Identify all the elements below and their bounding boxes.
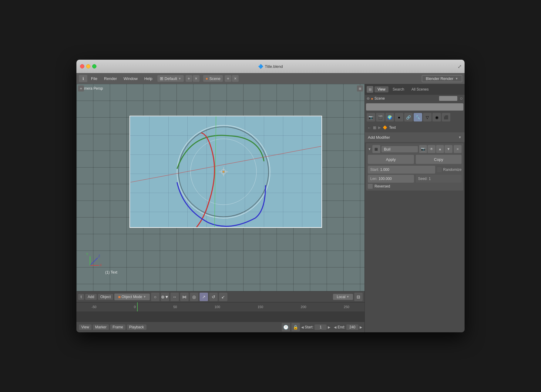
modifier-name[interactable]: Buil [381, 146, 418, 152]
sphere-icon-btn[interactable]: ○ [151, 293, 160, 301]
start-field-row: Start: 1.000 Randomize [368, 166, 462, 174]
remove-scene-button[interactable]: × [232, 75, 239, 82]
local-label: Local [337, 295, 345, 299]
modifier-render-icon[interactable]: 📷 [419, 145, 427, 153]
viewport-add[interactable]: + [78, 85, 84, 91]
playhead[interactable] [137, 302, 138, 311]
constraints-icon[interactable]: 🔗 [404, 113, 413, 121]
clock-icon[interactable]: 🕐 [282, 323, 290, 331]
end-right-arrow[interactable]: ▶ [360, 325, 362, 329]
frame-menu[interactable]: Frame [110, 324, 126, 330]
snapping-icon[interactable]: ⋈ [180, 293, 189, 301]
len-field-value: 100.000 [378, 177, 391, 181]
mark-50: 50 [173, 305, 177, 309]
svg-text:Z: Z [98, 254, 100, 258]
scene-objects [130, 116, 321, 227]
svg-text:X: X [100, 264, 102, 267]
window-title: 🔷 Title.blend [258, 64, 283, 69]
end-value[interactable]: 240 [346, 324, 358, 330]
scene-row[interactable]: ⊖ ● Scene ○ [365, 95, 465, 102]
scale-icon[interactable]: ↙ [219, 293, 227, 301]
3d-viewport[interactable]: Z X Y Camera Persp ⊞ + (1) Text [76, 84, 365, 291]
scene-props-icon[interactable]: 🎬 [376, 113, 385, 121]
file-menu[interactable]: File [88, 75, 100, 82]
object-button[interactable]: Object [98, 294, 113, 300]
render-preview-icon[interactable]: ⊟ [354, 293, 363, 301]
viewport[interactable]: Z X Y Camera Persp ⊞ + (1) Text t Add Ob… [76, 84, 365, 332]
rotate-icon[interactable]: ↺ [209, 293, 218, 301]
mode-arrow: ▼ [143, 295, 146, 298]
randomize-row: Randomize [437, 167, 462, 172]
playback-menu[interactable]: Playback [127, 324, 146, 330]
scene-selector[interactable]: ● Scene [203, 75, 223, 82]
transform-active[interactable]: ↗ [200, 293, 208, 301]
minimize-button[interactable] [86, 64, 90, 68]
right-panel: ⊟ View Search All Scenes ⊖ ● Scene ○ 📷 🎬 [365, 84, 465, 332]
modifier-up-icon[interactable]: ▲ [436, 145, 444, 153]
render-menu[interactable]: Render [101, 75, 120, 82]
add-scene-button[interactable]: + [225, 75, 231, 82]
fullscreen-button[interactable]: ⤢ [458, 64, 462, 69]
start-field[interactable]: Start: 1.000 [368, 166, 435, 174]
maximize-button[interactable] [92, 64, 96, 68]
modifier-down-icon[interactable]: ▼ [445, 145, 452, 153]
material-props-icon[interactable]: ◉ [432, 113, 441, 121]
object-props-icon[interactable]: ● [395, 113, 403, 121]
add-modifier-arrow[interactable]: ▼ [458, 135, 462, 139]
modifier-expand[interactable]: ▼ [368, 147, 371, 151]
viewport-corner[interactable]: ⊞ [357, 85, 363, 91]
len-field[interactable]: Len: 100.000 [368, 175, 414, 183]
modifier-props-icon[interactable]: 🔧 [414, 113, 422, 121]
scene-expand-arrow[interactable]: ⊖ [367, 96, 370, 101]
all-scenes-tab[interactable]: All Scenes [408, 86, 432, 92]
info-button[interactable]: ℹ [79, 75, 87, 82]
scene-visibility[interactable]: ○ [460, 96, 463, 101]
breadcrumb-back-icon[interactable]: ← [367, 125, 371, 130]
breadcrumb-grid-icon[interactable]: ⊞ [373, 125, 376, 130]
editor-type-dropdown[interactable]: ⊞ Default ▼ [157, 75, 184, 82]
proportional-icon[interactable]: ◎ [190, 293, 198, 301]
start-right-arrow[interactable]: ▶ [328, 325, 330, 329]
copy-button[interactable]: Copy [416, 155, 462, 164]
modifier-grid-icon[interactable]: ⊞ [372, 145, 380, 153]
end-label: End: [338, 325, 345, 329]
seed-field-value: 1 [429, 177, 431, 181]
modifier-eye-icon[interactable]: 👁 [428, 145, 435, 153]
start-label: Start: [305, 325, 314, 329]
help-menu[interactable]: Help [141, 75, 156, 82]
start-value[interactable]: 1 [314, 324, 327, 330]
render-engine-selector[interactable]: Blender Render ▼ [422, 75, 462, 82]
local-arrow: ▼ [346, 295, 349, 298]
toolbar-t-button[interactable]: t [78, 294, 84, 300]
mode-selector[interactable]: ■ Object Mode ▼ [114, 294, 150, 300]
add-modifier-dropdown[interactable]: Add Modifier ▼ [368, 135, 462, 140]
outliner-toggle[interactable]: ⊟ [367, 86, 373, 93]
modifier-close-button[interactable]: × [454, 145, 462, 153]
start-left-arrow[interactable]: ◀ [301, 325, 304, 329]
end-left-arrow[interactable]: ◀ [334, 325, 336, 329]
data-props-icon[interactable]: ▽ [423, 113, 432, 121]
remove-screen-button[interactable]: × [193, 75, 200, 82]
apply-button[interactable]: Apply [368, 155, 414, 164]
reversed-checkbox[interactable] [368, 184, 373, 189]
close-button[interactable] [80, 64, 84, 68]
svg-point-6 [223, 171, 224, 173]
window-menu[interactable]: Window [121, 75, 141, 82]
add-screen-button[interactable]: + [186, 75, 192, 82]
local-mode-selector[interactable]: Local ▼ [333, 294, 353, 300]
randomize-checkbox[interactable] [437, 167, 442, 172]
scene-preview [439, 96, 457, 101]
view-menu[interactable]: View [79, 324, 92, 330]
world-props-icon[interactable]: 🌍 [385, 113, 394, 121]
search-tab[interactable]: Search [390, 86, 407, 92]
seed-field[interactable]: Seed: 1 [416, 175, 462, 183]
texture-props-icon[interactable]: ⬛ [442, 113, 450, 121]
render-props-icon[interactable]: 📷 [367, 113, 375, 121]
marker-menu[interactable]: Marker [93, 324, 109, 330]
lock-icon[interactable]: 🔒 [291, 323, 300, 331]
transform-icon[interactable]: ↔ [170, 293, 179, 301]
view-tab[interactable]: View [375, 86, 388, 92]
pivot-dropdown[interactable]: ⊕▼ [161, 293, 169, 301]
add-button[interactable]: Add [85, 294, 96, 300]
render-engine-label: Blender Render [426, 76, 453, 81]
